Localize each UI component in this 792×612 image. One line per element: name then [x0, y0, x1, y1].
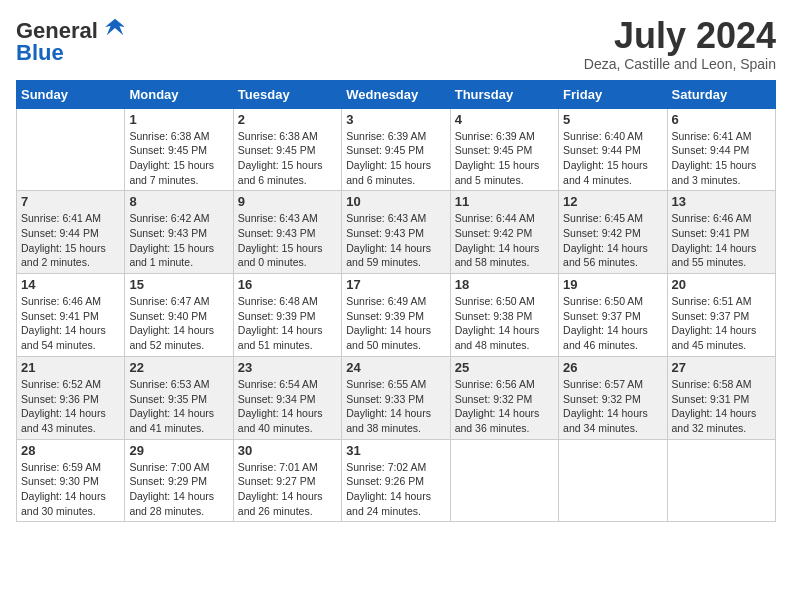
month-year-title: July 2024 — [584, 16, 776, 56]
day-of-week-header: Sunday — [17, 80, 125, 108]
day-of-week-header: Friday — [559, 80, 667, 108]
calendar-day-cell — [450, 439, 558, 522]
calendar-day-cell: 31Sunrise: 7:02 AM Sunset: 9:26 PM Dayli… — [342, 439, 450, 522]
logo-blue-text: Blue — [16, 40, 64, 65]
calendar-day-cell — [17, 108, 125, 191]
day-number: 2 — [238, 112, 337, 127]
day-info: Sunrise: 6:39 AM Sunset: 9:45 PM Dayligh… — [346, 129, 445, 188]
calendar-day-cell: 12Sunrise: 6:45 AM Sunset: 9:42 PM Dayli… — [559, 191, 667, 274]
day-number: 28 — [21, 443, 120, 458]
day-info: Sunrise: 6:48 AM Sunset: 9:39 PM Dayligh… — [238, 294, 337, 353]
location-subtitle: Deza, Castille and Leon, Spain — [584, 56, 776, 72]
day-info: Sunrise: 6:40 AM Sunset: 9:44 PM Dayligh… — [563, 129, 662, 188]
calendar-day-cell: 1Sunrise: 6:38 AM Sunset: 9:45 PM Daylig… — [125, 108, 233, 191]
day-number: 15 — [129, 277, 228, 292]
calendar-week-row: 21Sunrise: 6:52 AM Sunset: 9:36 PM Dayli… — [17, 356, 776, 439]
calendar-day-cell: 22Sunrise: 6:53 AM Sunset: 9:35 PM Dayli… — [125, 356, 233, 439]
calendar-day-cell: 21Sunrise: 6:52 AM Sunset: 9:36 PM Dayli… — [17, 356, 125, 439]
day-info: Sunrise: 6:50 AM Sunset: 9:37 PM Dayligh… — [563, 294, 662, 353]
calendar-day-cell: 24Sunrise: 6:55 AM Sunset: 9:33 PM Dayli… — [342, 356, 450, 439]
calendar-day-cell: 30Sunrise: 7:01 AM Sunset: 9:27 PM Dayli… — [233, 439, 341, 522]
day-number: 30 — [238, 443, 337, 458]
logo: General Blue — [16, 16, 126, 64]
day-info: Sunrise: 6:58 AM Sunset: 9:31 PM Dayligh… — [672, 377, 771, 436]
calendar-week-row: 7Sunrise: 6:41 AM Sunset: 9:44 PM Daylig… — [17, 191, 776, 274]
day-number: 17 — [346, 277, 445, 292]
day-info: Sunrise: 6:50 AM Sunset: 9:38 PM Dayligh… — [455, 294, 554, 353]
calendar-day-cell: 14Sunrise: 6:46 AM Sunset: 9:41 PM Dayli… — [17, 274, 125, 357]
day-number: 31 — [346, 443, 445, 458]
calendar-day-cell: 19Sunrise: 6:50 AM Sunset: 9:37 PM Dayli… — [559, 274, 667, 357]
svg-marker-0 — [105, 19, 125, 36]
day-number: 25 — [455, 360, 554, 375]
day-number: 18 — [455, 277, 554, 292]
day-number: 9 — [238, 194, 337, 209]
calendar-day-cell: 25Sunrise: 6:56 AM Sunset: 9:32 PM Dayli… — [450, 356, 558, 439]
calendar-day-cell: 4Sunrise: 6:39 AM Sunset: 9:45 PM Daylig… — [450, 108, 558, 191]
page-header: General Blue July 2024 Deza, Castille an… — [16, 16, 776, 72]
calendar-day-cell: 20Sunrise: 6:51 AM Sunset: 9:37 PM Dayli… — [667, 274, 775, 357]
day-number: 20 — [672, 277, 771, 292]
calendar-day-cell: 28Sunrise: 6:59 AM Sunset: 9:30 PM Dayli… — [17, 439, 125, 522]
title-block: July 2024 Deza, Castille and Leon, Spain — [584, 16, 776, 72]
day-number: 14 — [21, 277, 120, 292]
calendar-week-row: 14Sunrise: 6:46 AM Sunset: 9:41 PM Dayli… — [17, 274, 776, 357]
day-number: 6 — [672, 112, 771, 127]
day-info: Sunrise: 6:55 AM Sunset: 9:33 PM Dayligh… — [346, 377, 445, 436]
calendar-day-cell: 17Sunrise: 6:49 AM Sunset: 9:39 PM Dayli… — [342, 274, 450, 357]
day-number: 11 — [455, 194, 554, 209]
calendar-day-cell: 7Sunrise: 6:41 AM Sunset: 9:44 PM Daylig… — [17, 191, 125, 274]
day-info: Sunrise: 6:54 AM Sunset: 9:34 PM Dayligh… — [238, 377, 337, 436]
calendar-day-cell: 9Sunrise: 6:43 AM Sunset: 9:43 PM Daylig… — [233, 191, 341, 274]
calendar-day-cell: 16Sunrise: 6:48 AM Sunset: 9:39 PM Dayli… — [233, 274, 341, 357]
day-number: 23 — [238, 360, 337, 375]
day-info: Sunrise: 6:46 AM Sunset: 9:41 PM Dayligh… — [672, 211, 771, 270]
day-number: 8 — [129, 194, 228, 209]
day-info: Sunrise: 6:41 AM Sunset: 9:44 PM Dayligh… — [21, 211, 120, 270]
calendar-day-cell: 23Sunrise: 6:54 AM Sunset: 9:34 PM Dayli… — [233, 356, 341, 439]
day-number: 13 — [672, 194, 771, 209]
day-number: 3 — [346, 112, 445, 127]
calendar-week-row: 28Sunrise: 6:59 AM Sunset: 9:30 PM Dayli… — [17, 439, 776, 522]
calendar-day-cell: 15Sunrise: 6:47 AM Sunset: 9:40 PM Dayli… — [125, 274, 233, 357]
calendar-day-cell: 26Sunrise: 6:57 AM Sunset: 9:32 PM Dayli… — [559, 356, 667, 439]
day-info: Sunrise: 6:42 AM Sunset: 9:43 PM Dayligh… — [129, 211, 228, 270]
day-of-week-header: Wednesday — [342, 80, 450, 108]
day-info: Sunrise: 6:53 AM Sunset: 9:35 PM Dayligh… — [129, 377, 228, 436]
day-info: Sunrise: 6:52 AM Sunset: 9:36 PM Dayligh… — [21, 377, 120, 436]
day-info: Sunrise: 7:01 AM Sunset: 9:27 PM Dayligh… — [238, 460, 337, 519]
day-of-week-header: Monday — [125, 80, 233, 108]
day-number: 19 — [563, 277, 662, 292]
calendar-day-cell: 11Sunrise: 6:44 AM Sunset: 9:42 PM Dayli… — [450, 191, 558, 274]
day-info: Sunrise: 6:44 AM Sunset: 9:42 PM Dayligh… — [455, 211, 554, 270]
logo-bird-icon — [104, 16, 126, 38]
day-number: 29 — [129, 443, 228, 458]
calendar-day-cell: 13Sunrise: 6:46 AM Sunset: 9:41 PM Dayli… — [667, 191, 775, 274]
day-number: 12 — [563, 194, 662, 209]
calendar-day-cell — [559, 439, 667, 522]
day-number: 1 — [129, 112, 228, 127]
day-number: 22 — [129, 360, 228, 375]
day-info: Sunrise: 6:51 AM Sunset: 9:37 PM Dayligh… — [672, 294, 771, 353]
calendar-day-cell: 29Sunrise: 7:00 AM Sunset: 9:29 PM Dayli… — [125, 439, 233, 522]
calendar-day-cell: 10Sunrise: 6:43 AM Sunset: 9:43 PM Dayli… — [342, 191, 450, 274]
day-info: Sunrise: 7:02 AM Sunset: 9:26 PM Dayligh… — [346, 460, 445, 519]
day-number: 26 — [563, 360, 662, 375]
day-info: Sunrise: 6:41 AM Sunset: 9:44 PM Dayligh… — [672, 129, 771, 188]
day-info: Sunrise: 6:43 AM Sunset: 9:43 PM Dayligh… — [238, 211, 337, 270]
day-info: Sunrise: 7:00 AM Sunset: 9:29 PM Dayligh… — [129, 460, 228, 519]
day-number: 4 — [455, 112, 554, 127]
calendar-week-row: 1Sunrise: 6:38 AM Sunset: 9:45 PM Daylig… — [17, 108, 776, 191]
day-info: Sunrise: 6:39 AM Sunset: 9:45 PM Dayligh… — [455, 129, 554, 188]
day-info: Sunrise: 6:38 AM Sunset: 9:45 PM Dayligh… — [129, 129, 228, 188]
day-info: Sunrise: 6:57 AM Sunset: 9:32 PM Dayligh… — [563, 377, 662, 436]
calendar-header-row: SundayMondayTuesdayWednesdayThursdayFrid… — [17, 80, 776, 108]
calendar-day-cell: 2Sunrise: 6:38 AM Sunset: 9:45 PM Daylig… — [233, 108, 341, 191]
day-info: Sunrise: 6:56 AM Sunset: 9:32 PM Dayligh… — [455, 377, 554, 436]
day-number: 21 — [21, 360, 120, 375]
calendar-day-cell: 5Sunrise: 6:40 AM Sunset: 9:44 PM Daylig… — [559, 108, 667, 191]
day-info: Sunrise: 6:45 AM Sunset: 9:42 PM Dayligh… — [563, 211, 662, 270]
calendar-day-cell: 18Sunrise: 6:50 AM Sunset: 9:38 PM Dayli… — [450, 274, 558, 357]
day-of-week-header: Tuesday — [233, 80, 341, 108]
calendar-table: SundayMondayTuesdayWednesdayThursdayFrid… — [16, 80, 776, 523]
